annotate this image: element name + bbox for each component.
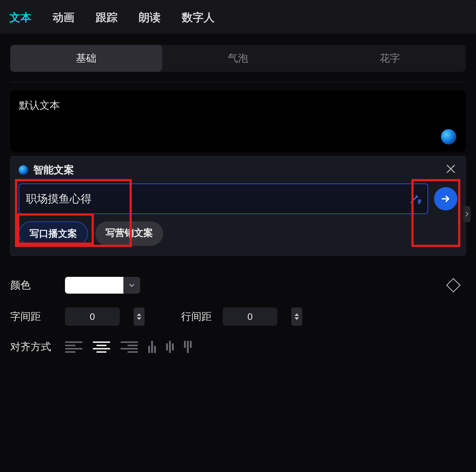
chip-marketing[interactable]: 写营销文案 <box>95 221 163 246</box>
ai-input-row <box>19 183 457 214</box>
tab-read[interactable]: 朗读 <box>139 10 161 25</box>
tab-text[interactable]: 文本 <box>9 10 31 25</box>
ai-input-wrap <box>19 183 428 214</box>
color-dropdown-toggle[interactable] <box>123 277 140 294</box>
vertical-align-middle-button[interactable] <box>166 341 174 353</box>
line-spacing-stepper[interactable] <box>291 307 302 326</box>
chip-broadcast[interactable]: 写口播文案 <box>19 221 88 246</box>
line-spacing-label: 行间距 <box>181 310 212 324</box>
letter-spacing-label: 字间距 <box>10 310 54 324</box>
align-group <box>65 340 192 354</box>
align-row: 对齐方式 <box>0 340 476 354</box>
ai-panel-header: 智能文案 <box>19 163 457 177</box>
arrow-right-icon <box>441 194 451 204</box>
color-swatch <box>65 277 123 294</box>
close-icon <box>445 163 457 175</box>
close-button[interactable] <box>445 163 457 175</box>
ai-orb-small-icon <box>19 165 28 175</box>
side-handle[interactable] <box>463 206 471 222</box>
color-label: 颜色 <box>10 278 54 292</box>
align-right-button[interactable] <box>120 340 138 354</box>
keyframe-diamond-icon[interactable] <box>446 278 461 293</box>
color-picker[interactable] <box>65 277 140 294</box>
ai-orb-icon[interactable] <box>441 129 456 144</box>
align-center-button[interactable] <box>93 340 110 354</box>
ai-chip-row: 写口播文案 写营销文案 <box>19 221 457 246</box>
vertical-align-bottom-button[interactable] <box>184 341 192 353</box>
magic-wand-icon[interactable] <box>409 192 422 206</box>
text-input-box[interactable]: 默认文本 <box>10 90 466 152</box>
sub-tabs: 基础 气泡 花字 <box>10 45 466 72</box>
tab-animation[interactable]: 动画 <box>53 10 74 25</box>
letter-spacing-input[interactable]: 0 <box>65 307 120 326</box>
step-down-icon <box>295 317 299 320</box>
ai-prompt-input[interactable] <box>26 193 421 205</box>
top-tabs: 文本 动画 跟踪 朗读 数字人 <box>0 0 476 34</box>
vertical-align-top-button[interactable] <box>148 341 156 353</box>
tab-tracking[interactable]: 跟踪 <box>96 10 118 25</box>
ai-copy-panel: 智能文案 <box>10 156 466 256</box>
subtab-fancy[interactable]: 花字 <box>314 45 466 72</box>
chevron-icon <box>465 211 469 217</box>
letter-spacing-stepper[interactable] <box>134 307 145 326</box>
step-up-icon <box>137 313 141 316</box>
spacing-row: 字间距 0 行间距 0 <box>0 307 476 326</box>
subtab-bubble[interactable]: 气泡 <box>162 45 314 72</box>
align-left-button[interactable] <box>65 340 82 354</box>
text-input-value: 默认文本 <box>19 98 457 112</box>
subtab-basic[interactable]: 基础 <box>10 45 162 72</box>
chevron-down-icon <box>129 283 135 287</box>
submit-button[interactable] <box>434 187 457 210</box>
line-spacing-input[interactable]: 0 <box>223 307 277 326</box>
step-down-icon <box>137 317 141 320</box>
text-panel: 基础 气泡 花字 默认文本 智能文案 <box>0 38 476 263</box>
align-label: 对齐方式 <box>10 340 54 354</box>
color-row: 颜色 <box>0 277 476 294</box>
tab-digital-human[interactable]: 数字人 <box>182 10 215 25</box>
step-up-icon <box>295 313 299 316</box>
divider <box>10 82 466 82</box>
ai-panel-title: 智能文案 <box>33 163 74 177</box>
